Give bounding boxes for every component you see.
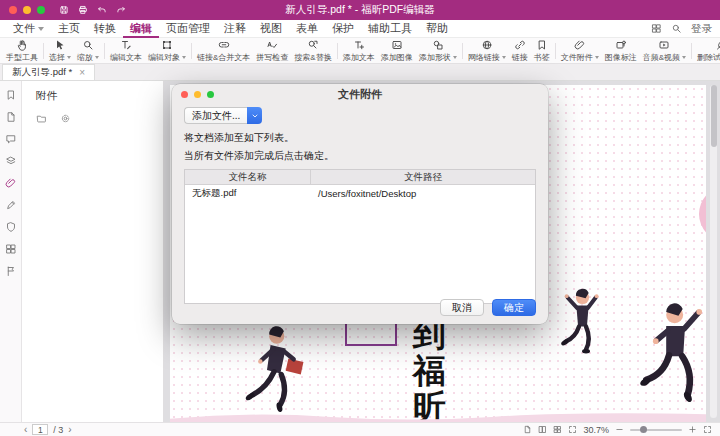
toolbar-file-attachment[interactable]: 文件附件: [558, 38, 602, 64]
zoom-percent-label[interactable]: 30.7%: [583, 425, 609, 435]
column-header-file-name: 文件名称: [185, 170, 311, 184]
grid-view-icon[interactable]: [553, 425, 562, 434]
cancel-button[interactable]: 取消: [440, 299, 484, 316]
single-page-view-icon[interactable]: [523, 425, 532, 434]
menu-edit[interactable]: 编辑: [123, 20, 159, 38]
table-row[interactable]: 无标题.pdf /Users/foxitnet/Desktop: [185, 185, 535, 202]
menu-convert[interactable]: 转换: [87, 20, 123, 38]
spell-check-icon: [266, 39, 278, 51]
toolbar-link-join-text[interactable]: 链接&合并文本: [194, 38, 253, 64]
toolbar-web-links[interactable]: 网络链接: [465, 38, 509, 64]
person-illustration-center: [555, 286, 610, 361]
sidebar-bookmarks-button[interactable]: [3, 88, 19, 101]
zoom-in-icon[interactable]: [688, 425, 697, 434]
sidebar-signature-button[interactable]: [3, 198, 19, 211]
file-attachment-dialog: 文件附件 添加文件... 将文档添加至如下列表。 当所有文件添加完成后点击确定。…: [172, 84, 548, 324]
fit-page-icon[interactable]: [568, 425, 577, 434]
hand-icon: [16, 39, 28, 51]
dialog-instruction-1: 将文档添加至如下列表。: [184, 131, 536, 145]
sidebar-comments-button[interactable]: [3, 132, 19, 145]
menu-protect[interactable]: 保护: [325, 20, 361, 38]
vertical-scrollbar[interactable]: [710, 85, 717, 418]
toolbar-separator: [43, 43, 44, 59]
save-icon[interactable]: [59, 5, 69, 15]
dialog-body: 添加文件... 将文档添加至如下列表。 当所有文件添加完成后点击确定。 文件名称…: [184, 104, 536, 316]
person-illustration-right: [635, 299, 706, 422]
titlebar: 新人引导.pdf * - 福昕PDF编辑器: [0, 0, 720, 20]
cell-file-path: /Users/foxitnet/Desktop: [311, 188, 535, 199]
toolbar-add-shapes[interactable]: 添加形状: [416, 38, 460, 64]
toolbar-image-annotation[interactable]: 图像标注: [602, 38, 640, 64]
chevron-down-icon: [502, 56, 506, 59]
document-tab[interactable]: 新人引导.pdf * ×: [2, 64, 95, 80]
add-file-label[interactable]: 添加文件...: [184, 107, 247, 124]
search-icon[interactable]: [671, 23, 682, 34]
menu-home[interactable]: 主页: [51, 20, 87, 38]
toolbar-add-text[interactable]: 添加文本: [340, 38, 378, 64]
bookmark-icon: [536, 39, 548, 51]
sidebar-fields-button[interactable]: [3, 242, 19, 255]
login-button[interactable]: 登录: [691, 22, 712, 36]
dialog-buttons: 取消 确定: [440, 299, 536, 316]
sidebar-security-button[interactable]: [3, 220, 19, 233]
dialog-close-button[interactable]: [181, 91, 188, 98]
toolbar-select[interactable]: 选择: [46, 38, 74, 64]
zoom-slider-thumb[interactable]: [640, 426, 647, 433]
toolbar-search-replace[interactable]: 搜索&替换: [291, 38, 334, 64]
layout-icon[interactable]: [651, 23, 662, 34]
edit-ribbon-toolbar: 手型工具 选择 缩放 编辑文本 编辑对象 链接&合并文本 拼写检查 搜索&替换 …: [0, 38, 720, 64]
fullscreen-icon[interactable]: [703, 425, 712, 434]
dialog-zoom-button[interactable]: [207, 91, 214, 98]
toolbar-hand-tool[interactable]: 手型工具: [3, 38, 41, 64]
zoom-window-button[interactable]: [37, 6, 45, 14]
add-file-split-button[interactable]: 添加文件...: [184, 107, 262, 124]
toolbar-add-image[interactable]: 添加图像: [378, 38, 416, 64]
add-file-dropdown[interactable]: [247, 107, 262, 124]
toolbar-edit-object[interactable]: 编辑对象: [145, 38, 189, 64]
dialog-minimize-button[interactable]: [194, 91, 201, 98]
document-tab-label: 新人引导.pdf *: [12, 66, 72, 79]
attachment-settings-icon[interactable]: [60, 113, 71, 124]
open-attachment-icon[interactable]: [36, 113, 47, 124]
scrollbar-thumb[interactable]: [711, 85, 717, 147]
print-icon[interactable]: [78, 5, 88, 15]
menu-help[interactable]: 帮助: [419, 20, 455, 38]
menu-form[interactable]: 表单: [289, 20, 325, 38]
toolbar-separator: [555, 43, 556, 59]
toolbar-link[interactable]: 链接: [509, 38, 531, 64]
dialog-window-controls: [181, 91, 214, 98]
page-number-input[interactable]: 1: [32, 424, 48, 435]
toolbar-remove-trial-watermark[interactable]: 删除试用水印: [694, 38, 720, 64]
menu-view[interactable]: 视图: [253, 20, 289, 38]
previous-page-button[interactable]: ‹: [24, 425, 27, 435]
file-attachment-icon: [574, 39, 586, 51]
decorative-pink-shape: [695, 186, 706, 242]
zoom-out-icon[interactable]: [615, 425, 624, 434]
toolbar-spell-check[interactable]: 拼写检查: [253, 38, 291, 64]
facing-view-icon[interactable]: [538, 425, 547, 434]
ok-button[interactable]: 确定: [492, 299, 536, 316]
close-window-button[interactable]: [9, 6, 17, 14]
next-page-button[interactable]: ›: [68, 425, 71, 435]
toolbar-bookmark[interactable]: 书签: [531, 38, 553, 64]
edit-text-icon: [120, 39, 132, 51]
close-tab-icon[interactable]: ×: [79, 68, 85, 78]
toolbar-audio-video[interactable]: 音频&视频: [640, 38, 689, 64]
toolbar-edit-text[interactable]: 编辑文本: [107, 38, 145, 64]
zoom-slider[interactable]: [630, 429, 682, 431]
redo-icon[interactable]: [116, 5, 126, 15]
undo-icon[interactable]: [97, 5, 107, 15]
sidebar-page-thumbnails-button[interactable]: [3, 110, 19, 123]
menu-file[interactable]: 文件: [6, 20, 51, 38]
sidebar-layers-button[interactable]: [3, 154, 19, 167]
chevron-down-icon: [251, 112, 259, 120]
sidebar-destinations-button[interactable]: [3, 264, 19, 277]
menu-page-management[interactable]: 页面管理: [159, 20, 217, 38]
page-navigation: ‹ 1 / 3 ›: [24, 424, 72, 435]
sidebar-attachments-button[interactable]: [3, 176, 19, 189]
menu-comment[interactable]: 注释: [217, 20, 253, 38]
toolbar-separator: [191, 43, 192, 59]
menu-accessibility[interactable]: 辅助工具: [361, 20, 419, 38]
toolbar-zoom[interactable]: 缩放: [74, 38, 102, 64]
minimize-window-button[interactable]: [23, 6, 31, 14]
